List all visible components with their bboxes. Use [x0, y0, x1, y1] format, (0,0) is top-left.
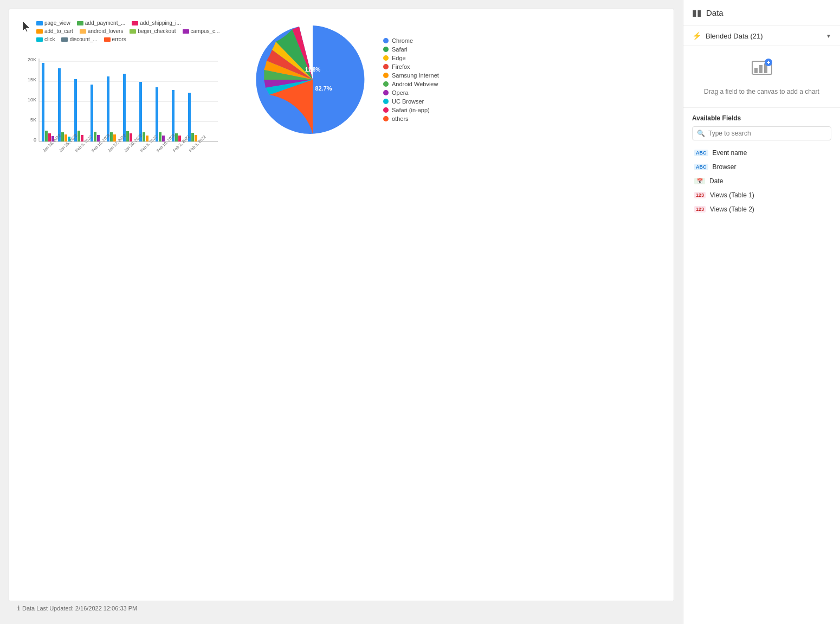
bar-chart-wrapper: page_view add_payment_... add_shipping_i… [20, 20, 221, 190]
legend-label-discount: discount_... [69, 36, 97, 42]
svg-rect-27 [107, 76, 109, 141]
field-name-event-name: Event name [713, 149, 747, 157]
canvas-container: page_view add_payment_... add_shipping_i… [9, 9, 674, 601]
field-item-event-name[interactable]: ABC Event name [692, 146, 831, 160]
legend-color-begin-checkout [130, 29, 136, 34]
chevron-down-icon: ▼ [826, 33, 831, 39]
field-name-browser: Browser [713, 163, 736, 171]
svg-rect-30 [123, 74, 126, 141]
field-type-icon-date: 📅 [694, 178, 705, 184]
field-name-views-table2: Views (Table 2) [710, 205, 754, 213]
svg-rect-34 [143, 132, 145, 141]
svg-rect-18 [61, 132, 64, 141]
legend-color-discount [61, 37, 68, 42]
search-box[interactable]: 🔍 [692, 126, 831, 140]
available-fields-section: Available Fields 🔍 ABC Event name ABC Br… [683, 108, 840, 221]
legend-item-android-lovers: android_lovers [80, 28, 124, 34]
field-item-views-table2[interactable]: 123 Views (Table 2) [692, 202, 831, 216]
legend-item-discount: discount_... [61, 36, 97, 42]
legend-label-campus: campus_c... [191, 28, 220, 34]
field-name-views-table1: Views (Table 1) [710, 191, 754, 199]
pie-legend-android-webview: Android Webview [383, 81, 439, 87]
available-fields-title: Available Fields [692, 114, 831, 122]
data-source-label: Blended Data (21) [706, 32, 822, 40]
data-icon: ▮▮ [692, 8, 702, 18]
svg-rect-24 [91, 85, 93, 141]
pie-label-safari: Safari [392, 46, 408, 53]
pie-legend-chrome: Chrome [383, 37, 439, 44]
blend-icon: ⚡ [692, 31, 701, 40]
charts-area: page_view add_payment_... add_shipping_i… [9, 9, 674, 201]
bar-chart-legend: page_view add_payment_... add_shipping_i… [20, 20, 221, 42]
pie-legend-safari-inapp: Safari (in-app) [383, 107, 439, 113]
svg-rect-25 [94, 132, 96, 141]
field-type-icon-views-t2: 123 [694, 206, 706, 213]
legend-label-add-shipping: add_shipping_i... [140, 20, 181, 26]
svg-rect-43 [191, 133, 194, 141]
pie-legend-safari: Safari [383, 46, 439, 53]
field-item-date[interactable]: 📅 Date [692, 174, 831, 188]
pie-dot-others [383, 116, 389, 121]
pie-dot-samsung [383, 73, 389, 78]
pie-label-others: others [392, 115, 409, 122]
search-input[interactable] [708, 130, 826, 137]
svg-rect-33 [139, 82, 142, 141]
pie-label-samsung: Samsung Internet [392, 72, 439, 79]
svg-text:11.8%: 11.8% [305, 67, 320, 73]
svg-rect-13 [42, 63, 44, 141]
pie-legend-samsung: Samsung Internet [383, 72, 439, 79]
legend-label-android-lovers: android_lovers [88, 28, 124, 34]
field-name-date: Date [709, 177, 723, 185]
legend-item-add-payment: add_payment_... [77, 20, 126, 26]
status-text: Data Last Updated: 2/16/2022 12:06:33 PM [22, 605, 137, 612]
field-item-views-table1[interactable]: 123 Views (Table 1) [692, 188, 831, 202]
legend-item-errors: errors [104, 36, 126, 42]
panel-title: Data [706, 8, 723, 17]
svg-rect-37 [159, 132, 161, 141]
legend-label-add-to-cart: add_to_cart [44, 28, 73, 34]
legend-label-begin-checkout: begin_checkout [138, 28, 176, 34]
pie-chart-wrapper: 11.8% 82.7% Chrome Safari Edge [253, 20, 439, 139]
pie-chart-svg: 11.8% 82.7% [253, 20, 372, 139]
data-source-row[interactable]: ⚡ Blended Data (21) ▼ [683, 26, 840, 46]
field-type-icon-event-name: ABC [694, 150, 708, 156]
pie-label-edge: Edge [392, 55, 406, 61]
legend-color-add-to-cart [36, 29, 43, 34]
svg-rect-58 [754, 68, 758, 73]
svg-rect-36 [156, 87, 158, 141]
svg-rect-22 [77, 131, 80, 141]
legend-item-begin-checkout: begin_checkout [130, 28, 176, 34]
search-icon: 🔍 [697, 130, 705, 137]
pie-legend-opera: Opera [383, 89, 439, 96]
drag-field-text: Drag a field to the canvas to add a char… [704, 87, 819, 97]
status-icon: ℹ [17, 604, 20, 612]
svg-rect-28 [110, 132, 113, 141]
pie-dot-edge [383, 55, 389, 61]
panel-header: ▮▮ Data [683, 0, 840, 26]
legend-item-add-to-cart: add_to_cart [36, 28, 73, 34]
pie-dot-safari-inapp [383, 107, 389, 113]
pie-label-firefox: Firefox [392, 63, 410, 70]
pie-label-opera: Opera [392, 89, 409, 96]
field-list: ABC Event name ABC Browser 📅 Date 123 Vi… [692, 146, 831, 216]
legend-label-click: click [44, 36, 55, 42]
pie-legend-uc-browser: UC Browser [383, 98, 439, 105]
right-panel: ▮▮ Data ⚡ Blended Data (21) ▼ Drag a fie… [683, 0, 840, 624]
legend-color-errors [104, 37, 111, 42]
svg-text:5K: 5K [30, 117, 36, 123]
drag-field-area: Drag a field to the canvas to add a char… [683, 46, 840, 108]
main-canvas-area: page_view add_payment_... add_shipping_i… [0, 0, 683, 624]
legend-item-add-shipping: add_shipping_i... [132, 20, 181, 26]
field-type-icon-views-t1: 123 [694, 192, 706, 198]
svg-text:82.7%: 82.7% [315, 85, 332, 92]
svg-text:15K: 15K [28, 77, 36, 82]
svg-text:Feb 3, 2022: Feb 3, 2022 [188, 134, 207, 153]
legend-item-page-view: page_view [36, 20, 70, 26]
legend-color-add-payment [77, 21, 83, 25]
legend-label-errors: errors [112, 36, 126, 42]
legend-item-click: click [36, 36, 55, 42]
pie-dot-firefox [383, 64, 389, 69]
field-item-browser[interactable]: ABC Browser [692, 160, 831, 174]
pie-legend-edge: Edge [383, 55, 439, 61]
pie-label-uc-browser: UC Browser [392, 98, 424, 105]
